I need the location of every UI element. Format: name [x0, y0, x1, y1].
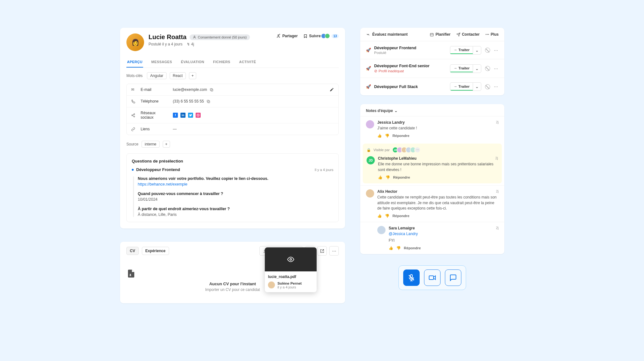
days-badge: ↯ 4j — [187, 42, 194, 46]
facebook-icon[interactable]: f — [173, 113, 178, 118]
evaluate-now-button[interactable]: Évaluez maintenant — [366, 32, 408, 37]
reply-button[interactable]: Répondre — [392, 214, 410, 218]
job-icon: 🚀 — [366, 48, 371, 53]
keywords-row: Mots-clés Angular React + — [120, 68, 345, 84]
cv-preview-popup[interactable]: lucie_roatta.pdf Solène Pernet il y a 4 … — [265, 247, 317, 292]
source-row: Source interne + — [120, 141, 345, 153]
svg-point-10 — [130, 274, 131, 275]
tab-files[interactable]: FICHIERS — [212, 57, 231, 68]
thumbs-down-icon[interactable]: 👎 — [385, 133, 389, 138]
uploader-avatar — [268, 281, 275, 288]
dribbble-icon[interactable] — [196, 113, 201, 118]
email-value: lucie@exemple.com — [173, 87, 207, 92]
consent-badge[interactable]: Consentement donné (50 jours) — [190, 34, 250, 40]
note-item: 2j Alix Hector Cette candidate ne rempli… — [360, 185, 504, 222]
candidate-avatar[interactable]: 👩 — [126, 33, 144, 51]
chevron-down-icon[interactable]: ⌄ — [473, 46, 481, 54]
svg-rect-12 — [430, 33, 434, 36]
notes-card: Notes d'équipe ⌄ 2j Jessica Landry J'aim… — [360, 104, 504, 254]
contact-block: ✉ E-mail lucie@exemple.com Tél — [126, 84, 339, 135]
copy-icon[interactable] — [210, 88, 214, 92]
keyword-chip[interactable]: React — [170, 72, 186, 79]
more-avatars[interactable]: ⋯ — [414, 147, 421, 153]
candidate-name: Lucie Roatta — [149, 33, 186, 41]
block-icon[interactable] — [485, 66, 490, 71]
prescreen-job: Développeur Frontend — [136, 167, 180, 172]
chevron-down-icon[interactable]: ⌄ — [473, 65, 481, 73]
links-value: — — [173, 127, 334, 131]
avatar — [366, 120, 374, 128]
warn-icon: ⊘ — [374, 69, 377, 73]
more-button[interactable]: ⋯ Plus — [485, 32, 499, 37]
twitter-icon[interactable] — [188, 113, 193, 118]
link-icon — [131, 127, 136, 131]
more-icon[interactable]: ⋯ — [494, 84, 499, 89]
tab-evaluation[interactable]: ÉVALUATION — [180, 57, 205, 68]
edit-icon[interactable] — [330, 87, 334, 92]
keyword-chip[interactable]: Angular — [147, 72, 166, 79]
tab-messages[interactable]: MESSAGES — [151, 57, 173, 68]
share-icon — [131, 113, 136, 117]
svg-rect-4 — [208, 101, 210, 103]
more-icon[interactable]: ⋯ — [329, 246, 339, 256]
tab-experience[interactable]: Expérience — [142, 247, 169, 255]
mute-button[interactable] — [403, 269, 420, 286]
thumbs-down-icon[interactable]: 👎 — [396, 246, 401, 250]
tab-cv[interactable]: CV — [126, 247, 139, 255]
svg-point-0 — [194, 36, 195, 37]
block-icon[interactable] — [485, 84, 490, 89]
phone-value: (33) 6 55 55 55 55 — [173, 99, 204, 104]
note-reply: 2j Sara Lemaigre @Jessica Landry FYI 👍 👎… — [360, 222, 504, 254]
email-icon: ✉ — [131, 87, 136, 92]
source-chip[interactable]: interne — [142, 141, 160, 148]
add-keyword-button[interactable]: + — [189, 72, 196, 79]
thumbs-up-icon[interactable]: 👍 — [377, 214, 382, 218]
process-button[interactable]: → Traiter⌄ — [450, 82, 481, 91]
plan-button[interactable]: Planifier — [430, 32, 450, 37]
chat-button[interactable] — [445, 269, 461, 286]
avatar — [366, 189, 374, 198]
copy-icon[interactable] — [206, 99, 210, 104]
add-source-button[interactable]: + — [163, 141, 170, 148]
block-icon[interactable] — [485, 48, 490, 53]
more-icon[interactable]: ⋯ — [494, 48, 499, 53]
note-item: 2j Jessica Landry J'aime cette candidate… — [360, 116, 504, 142]
contact-button[interactable]: Contacter — [456, 32, 480, 37]
share-button[interactable]: Partager — [276, 34, 298, 38]
svg-point-7 — [132, 115, 133, 115]
reply-button[interactable]: Répondre — [404, 246, 421, 250]
phone-icon — [131, 99, 136, 104]
reply-button[interactable]: Répondre — [393, 175, 410, 179]
portfolio-link[interactable]: https://behance.net/exemple — [138, 182, 333, 186]
evaluation-card: Évaluez maintenant Planifier Contacter ⋯… — [360, 28, 504, 95]
video-button[interactable] — [424, 269, 440, 286]
notes-header[interactable]: Notes d'équipe ⌄ — [360, 104, 504, 116]
process-button[interactable]: → Traiter⌄ — [450, 64, 481, 73]
tab-overview[interactable]: APERÇU — [126, 57, 143, 68]
avatar: JD — [367, 156, 375, 164]
thumbs-down-icon[interactable]: 👎 — [386, 175, 390, 180]
thumbs-down-icon[interactable]: 👎 — [385, 214, 389, 218]
tab-activity[interactable]: ACTIVITÉ — [239, 57, 257, 68]
job-row: 🚀 Développeur Font-End senior ⊘ Profil i… — [360, 59, 504, 78]
eye-icon — [265, 247, 317, 271]
open-external-icon[interactable] — [317, 246, 327, 256]
process-button[interactable]: → Traiter⌄ — [450, 46, 481, 55]
lock-icon: 🔒 — [367, 148, 371, 152]
follow-button[interactable]: Suivre 13 — [303, 33, 339, 38]
linkedin-icon[interactable]: in — [180, 113, 185, 118]
thumbs-up-icon[interactable]: 👍 — [389, 246, 393, 250]
reply-button[interactable]: Répondre — [392, 134, 410, 138]
more-icon[interactable]: ⋯ — [494, 66, 499, 71]
job-icon: 🚀 — [366, 84, 371, 89]
candidate-card: 👩 Lucie Roatta Consentement donné (50 jo… — [120, 28, 345, 228]
thumbs-up-icon[interactable]: 👍 — [377, 133, 382, 138]
prescreen-time: Il y a 4 jours — [315, 168, 333, 172]
prescreen-block: Questions de présélection Développeur Fr… — [126, 153, 339, 222]
thumbs-up-icon[interactable]: 👍 — [378, 175, 382, 180]
avatar — [377, 226, 386, 234]
chevron-down-icon[interactable]: ⌄ — [473, 83, 481, 91]
svg-rect-14 — [429, 276, 434, 280]
svg-rect-5 — [207, 100, 209, 102]
mention-link[interactable]: @Jessica Landry — [389, 232, 418, 236]
